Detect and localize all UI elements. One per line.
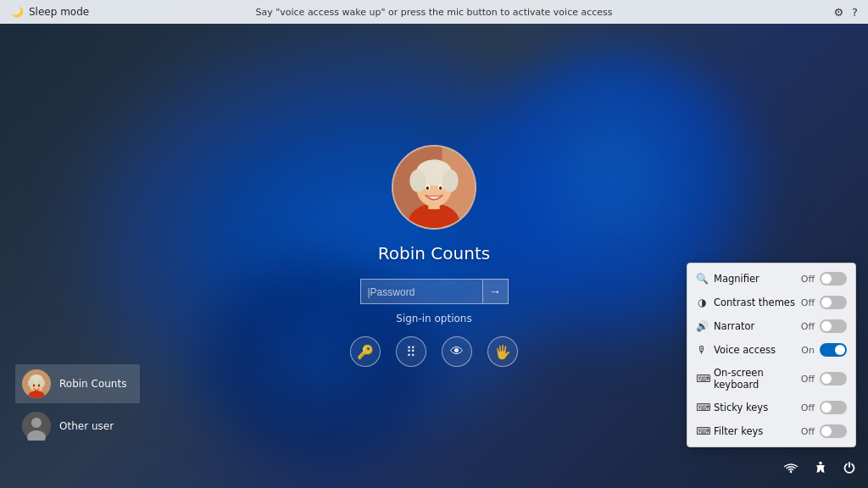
access-state-6: Off [801, 426, 815, 437]
access-toggle-filter-keys[interactable] [820, 424, 847, 438]
toggle-thumb-5 [821, 402, 832, 413]
accessibility-icon[interactable] [814, 461, 827, 478]
access-icon-3: 🎙 [696, 344, 708, 356]
signin-options-link[interactable]: Sign-in options [396, 313, 471, 324]
svg-point-19 [38, 385, 40, 387]
access-label-1: Contrast themes [714, 297, 795, 308]
access-state-5: Off [801, 402, 815, 413]
grid-signin-button[interactable]: ⠿ [396, 336, 426, 367]
toggle-thumb-4 [821, 374, 832, 384]
eye-signin-button[interactable]: 👁 [442, 336, 472, 367]
pin-icon: 🔑 [357, 344, 374, 360]
voice-hint: Say "voice access wake up" or press the … [255, 7, 612, 18]
settings-icon[interactable]: ⚙ [833, 6, 843, 19]
user-label-other: Other user [59, 420, 114, 432]
access-toggle-narrator[interactable] [820, 319, 847, 333]
access-toggle-sticky-keys[interactable] [820, 401, 847, 414]
help-icon[interactable]: ? [852, 6, 858, 19]
access-label-4: On-screen keyboard [714, 367, 801, 391]
sleep-label: Sleep mode [29, 6, 89, 18]
accessibility-row-filter-keys[interactable]: ⌨Filter keysOff [687, 419, 855, 443]
toggle-thumb-1 [821, 297, 832, 308]
access-icon-6: ⌨ [696, 425, 708, 437]
access-state-3: On [801, 345, 815, 356]
sleep-icon: 🌙 [10, 5, 24, 19]
user-item-robin[interactable]: Robin Counts [15, 364, 140, 403]
svg-point-8 [442, 169, 459, 192]
user-switcher: Robin Counts Other user [15, 364, 140, 446]
toggle-thumb-3 [835, 345, 845, 355]
user-item-other[interactable]: Other user [15, 407, 140, 446]
svg-point-11 [426, 186, 429, 190]
password-input[interactable] [360, 279, 483, 304]
wifi-icon[interactable] [783, 462, 798, 477]
svg-point-24 [790, 471, 793, 474]
password-submit-button[interactable]: → [483, 279, 509, 304]
user-avatar-robin [22, 369, 51, 398]
svg-point-12 [439, 186, 442, 190]
access-label-5: Sticky keys [714, 402, 768, 413]
topbar-left: 🌙 Sleep mode [10, 5, 89, 19]
bottom-right-icons [783, 461, 856, 478]
accessibility-row-magnifier[interactable]: 🔍MagnifierOff [687, 267, 855, 291]
access-toggle-on-screen-keyboard[interactable] [820, 372, 847, 385]
access-icon-5: ⌨ [696, 402, 708, 413]
eye-icon: 👁 [450, 344, 464, 359]
password-row: → [360, 279, 509, 304]
username-label: Robin Counts [378, 243, 490, 263]
svg-point-7 [409, 169, 426, 192]
toggle-thumb-6 [821, 426, 832, 436]
access-state-0: Off [801, 274, 815, 285]
access-toggle-magnifier[interactable] [820, 272, 847, 286]
access-label-0: Magnifier [714, 273, 760, 285]
access-label-2: Narrator [714, 320, 754, 332]
access-state-4: Off [801, 374, 815, 385]
fingerprint-signin-button[interactable]: 🖐 [487, 336, 518, 367]
accessibility-panel: 🔍MagnifierOff◑Contrast themesOff🔊Narrato… [687, 263, 856, 447]
accessibility-row-contrast-themes[interactable]: ◑Contrast themesOff [687, 291, 855, 314]
topbar-right: ⚙ ? [833, 6, 858, 19]
topbar: 🌙 Sleep mode Say "voice access wake up" … [0, 0, 868, 24]
svg-point-25 [819, 462, 822, 465]
access-toggle-contrast-themes[interactable] [820, 296, 847, 309]
grid-icon: ⠿ [406, 344, 416, 360]
accessibility-row-narrator[interactable]: 🔊NarratorOff [687, 314, 855, 338]
signin-icons: 🔑 ⠿ 👁 🖐 [350, 336, 518, 367]
svg-point-22 [31, 418, 42, 428]
user-avatar-other [22, 412, 51, 441]
power-icon[interactable] [843, 461, 856, 478]
access-state-1: Off [801, 297, 815, 308]
access-state-2: Off [801, 321, 815, 332]
access-icon-1: ◑ [696, 297, 708, 308]
user-label-robin: Robin Counts [59, 378, 126, 390]
avatar [392, 145, 476, 230]
accessibility-row-on-screen-keyboard[interactable]: ⌨On-screen keyboardOff [687, 362, 855, 396]
toggle-thumb-0 [821, 274, 832, 284]
fingerprint-icon: 🖐 [494, 344, 511, 360]
access-icon-4: ⌨ [696, 373, 708, 385]
accessibility-row-voice-access[interactable]: 🎙Voice accessOn [687, 338, 855, 362]
access-icon-2: 🔊 [696, 320, 708, 332]
access-label-3: Voice access [714, 344, 776, 356]
toggle-thumb-2 [821, 321, 832, 331]
pin-signin-button[interactable]: 🔑 [350, 336, 381, 367]
access-toggle-voice-access[interactable] [820, 343, 847, 357]
svg-point-18 [33, 385, 35, 387]
accessibility-row-sticky-keys[interactable]: ⌨Sticky keysOff [687, 396, 855, 419]
access-icon-0: 🔍 [696, 273, 708, 285]
access-label-6: Filter keys [714, 425, 763, 437]
